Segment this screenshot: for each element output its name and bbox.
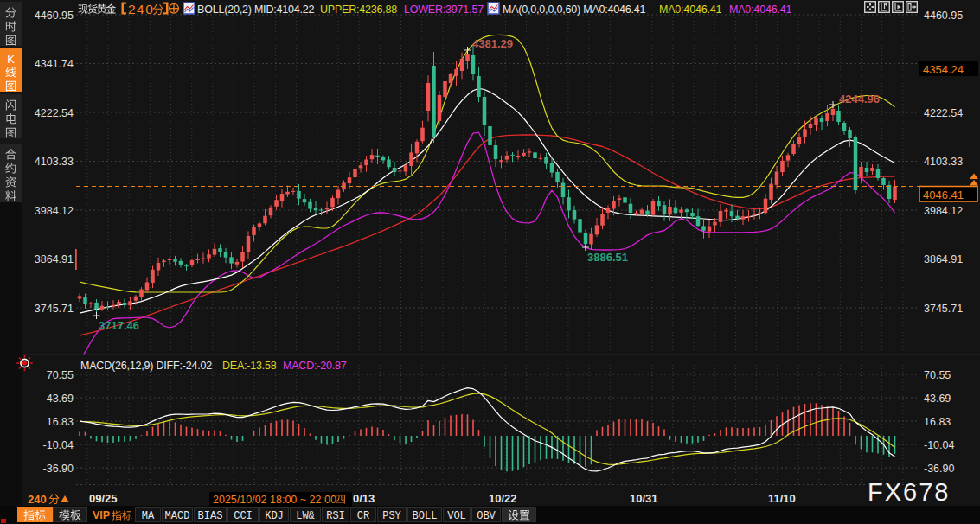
svg-text:CR: CR: [357, 510, 369, 522]
svg-text:70.55: 70.55: [47, 369, 74, 381]
svg-text:VOL: VOL: [447, 510, 466, 522]
svg-text:VIP: VIP: [93, 509, 110, 521]
svg-text:4460.95: 4460.95: [924, 10, 963, 22]
svg-text:3984.12: 3984.12: [924, 205, 963, 217]
svg-text:LW&: LW&: [296, 510, 315, 522]
svg-text:BOLL: BOLL: [413, 510, 438, 522]
svg-text:16.83: 16.83: [47, 416, 74, 428]
svg-text:43.69: 43.69: [47, 393, 74, 405]
svg-text:4354.24: 4354.24: [923, 63, 964, 76]
svg-text:4341.74: 4341.74: [35, 58, 74, 70]
svg-text:MA0:4046.41: MA0:4046.41: [729, 3, 791, 16]
svg-text:70.55: 70.55: [924, 369, 951, 381]
svg-text:RSI: RSI: [326, 510, 345, 522]
svg-text:2025/10/02 18:00 ~ 22:00: 2025/10/02 18:00 ~ 22:00: [213, 494, 336, 506]
svg-text:4460.95: 4460.95: [35, 10, 74, 22]
svg-text:4244.96: 4244.96: [839, 93, 880, 105]
svg-text:FX678: FX678: [868, 478, 950, 506]
svg-text:4222.54: 4222.54: [924, 107, 963, 119]
svg-text:11/10: 11/10: [768, 492, 796, 505]
svg-text:0/13: 0/13: [353, 492, 375, 505]
svg-text:CCI: CCI: [234, 510, 253, 522]
svg-text:3984.12: 3984.12: [35, 205, 74, 217]
svg-text:LOWER:3971.57: LOWER:3971.57: [404, 3, 484, 16]
svg-text:4381.29: 4381.29: [472, 37, 513, 50]
svg-text:4046.41: 4046.41: [923, 189, 964, 201]
svg-text:UPPER:4236.88: UPPER:4236.88: [320, 3, 397, 16]
svg-text:-10.04: -10.04: [924, 439, 954, 451]
svg-text:43.69: 43.69: [924, 393, 951, 405]
svg-text:MACD(26,12,9) DIFF:-24.02: MACD(26,12,9) DIFF:-24.02: [80, 360, 212, 372]
svg-text:3864.91: 3864.91: [35, 253, 74, 265]
svg-text:MACD:-20.87: MACD:-20.87: [283, 360, 347, 372]
svg-text:16.83: 16.83: [924, 416, 951, 428]
svg-text:3864.91: 3864.91: [924, 253, 963, 265]
svg-text:4103.33: 4103.33: [35, 156, 74, 168]
svg-text:-10.04: -10.04: [43, 439, 74, 451]
svg-text:3717.46: 3717.46: [99, 319, 139, 332]
svg-text:KDJ: KDJ: [265, 510, 284, 522]
svg-text:10/22: 10/22: [489, 492, 517, 505]
svg-text:OBV: OBV: [477, 510, 496, 522]
svg-text:MA0:4046.41: MA0:4046.41: [659, 3, 721, 16]
svg-text:10/31: 10/31: [630, 492, 658, 505]
svg-text:MA: MA: [142, 510, 155, 522]
svg-text:PSY: PSY: [382, 510, 401, 522]
svg-text:-36.90: -36.90: [924, 463, 954, 475]
svg-text:K: K: [7, 53, 15, 66]
svg-text:MA(0,0,0,0,0,60) MA0:4046.41: MA(0,0,0,0,0,60) MA0:4046.41: [503, 3, 646, 16]
svg-text:240: 240: [28, 493, 47, 506]
svg-text:09/25: 09/25: [89, 492, 118, 505]
svg-text:DEA:-13.58: DEA:-13.58: [222, 360, 277, 372]
svg-text:MACD: MACD: [165, 510, 190, 522]
svg-text:BIAS: BIAS: [198, 510, 223, 522]
svg-text:4103.33: 4103.33: [924, 156, 963, 168]
svg-text:BOLL(20,2) MID:4104.22: BOLL(20,2) MID:4104.22: [197, 3, 315, 16]
svg-text:3886.51: 3886.51: [587, 251, 628, 264]
svg-text:4222.54: 4222.54: [35, 107, 74, 119]
svg-text:3745.71: 3745.71: [35, 303, 74, 315]
svg-text:3745.71: 3745.71: [924, 303, 963, 315]
svg-text:-36.90: -36.90: [43, 463, 74, 475]
svg-text:240: 240: [128, 2, 154, 16]
